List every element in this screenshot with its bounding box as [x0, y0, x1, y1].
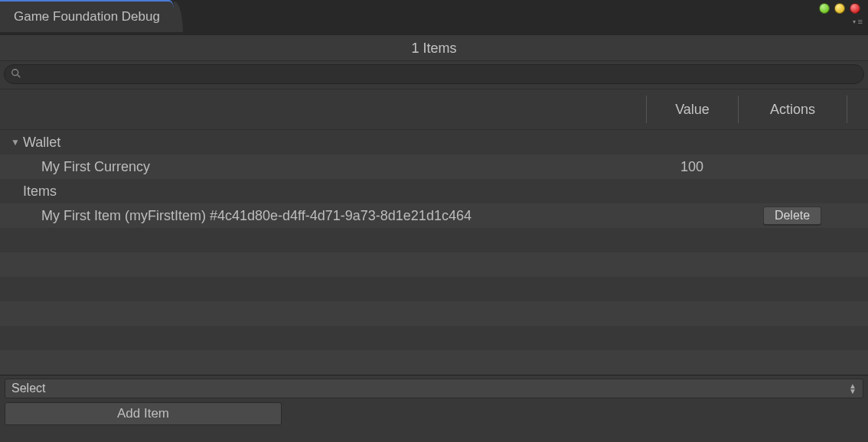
wallet-section-row[interactable]: ▼ Wallet: [0, 130, 868, 154]
add-item-label: Add Item: [117, 406, 169, 421]
window-tab-bar: Game Foundation Debug ▾≡: [0, 0, 868, 35]
item-entry-label: My First Item (myFirstItem) #4c41d80e-d4…: [0, 208, 646, 224]
content-rows: ▼ Wallet My First Currency 100 Items My …: [0, 130, 868, 228]
window-tab[interactable]: Game Foundation Debug: [0, 0, 174, 32]
foldout-down-icon[interactable]: ▼: [8, 137, 23, 148]
pane-options-icon[interactable]: ▾≡: [853, 18, 863, 26]
items-section-row[interactable]: Items: [0, 179, 868, 203]
delete-button[interactable]: Delete: [763, 206, 821, 225]
column-header-row: Value Actions: [0, 89, 868, 130]
wallet-entry-label: My First Currency: [0, 159, 646, 175]
wallet-section-label: Wallet: [23, 135, 646, 151]
minimize-dot-icon[interactable]: [819, 3, 830, 14]
add-item-button[interactable]: Add Item: [5, 402, 282, 425]
window-tab-title: Game Foundation Debug: [14, 9, 160, 24]
item-select-label: Select: [11, 382, 45, 395]
items-section-label: Items: [0, 184, 646, 200]
wallet-entry-row[interactable]: My First Currency 100: [0, 154, 868, 179]
search-icon: [11, 68, 21, 81]
search-input[interactable]: [26, 68, 857, 80]
close-dot-icon[interactable]: [850, 3, 860, 14]
search-box[interactable]: [4, 64, 864, 84]
footer: Select ▲▼ Add Item: [0, 375, 868, 430]
svg-point-0: [12, 69, 18, 75]
column-header-value[interactable]: Value: [646, 96, 738, 123]
column-header-actions[interactable]: Actions: [738, 96, 847, 123]
items-count-label: 1 Items: [411, 41, 456, 56]
zoom-dot-icon[interactable]: [834, 3, 845, 14]
svg-line-1: [18, 74, 21, 77]
window-traffic-lights: [819, 3, 860, 14]
item-entry-row[interactable]: My First Item (myFirstItem) #4c41d80e-d4…: [0, 203, 868, 228]
items-count-header: 1 Items: [0, 35, 868, 61]
search-row: [0, 61, 868, 89]
wallet-entry-value: 100: [646, 159, 738, 175]
updown-caret-icon: ▲▼: [849, 383, 857, 394]
item-select-dropdown[interactable]: Select ▲▼: [5, 379, 863, 398]
empty-rows-filler: [0, 228, 868, 375]
